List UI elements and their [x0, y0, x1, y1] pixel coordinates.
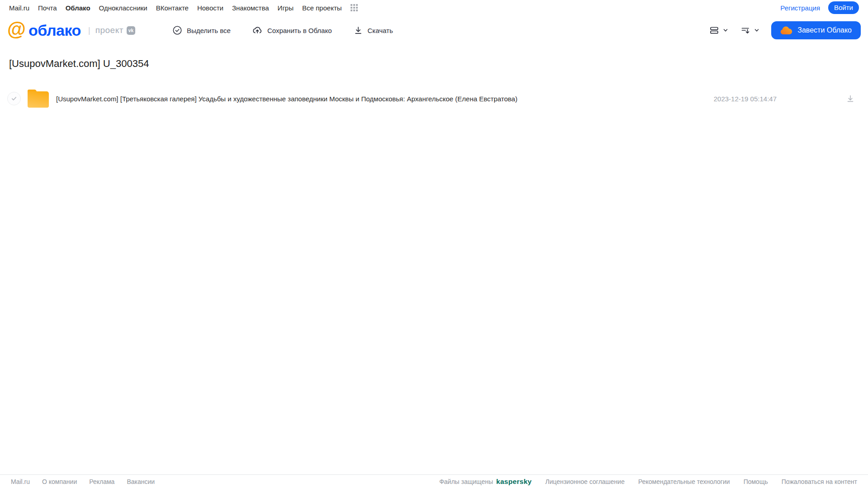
select-all-label: Выделить все [187, 27, 231, 34]
protected-label: Файлы защищены [439, 478, 493, 485]
file-name[interactable]: [UsupovMarket.com] [Третьяковская галере… [56, 95, 517, 103]
folder-icon [28, 90, 49, 108]
header-right-controls: Завести Облако [709, 21, 861, 39]
portal-nav: Mail.ru Почта Облако Одноклассники ВКонт… [0, 0, 868, 15]
footer-help-link[interactable]: Помощь [744, 478, 768, 485]
footer-ads-link[interactable]: Реклама [89, 478, 114, 485]
sort-dropdown[interactable] [740, 25, 759, 36]
nav-mailru[interactable]: Mail.ru [9, 4, 29, 12]
save-to-cloud-label: Сохранить в Облако [267, 27, 332, 34]
cloud-logo[interactable]: @ облако | проект vk [7, 22, 135, 39]
nav-odnoklassniki[interactable]: Одноклассники [99, 4, 147, 12]
nav-pochta[interactable]: Почта [38, 4, 57, 12]
get-cloud-button[interactable]: Завести Облако [771, 21, 861, 39]
nav-all-projects[interactable]: Все проекты [302, 4, 342, 12]
view-mode-dropdown[interactable] [709, 25, 728, 36]
kaspersky-logo[interactable]: kaspersky [496, 478, 532, 486]
page-title: [UsupovMarket.com] U_300354 [9, 58, 868, 70]
save-to-cloud-button[interactable]: Сохранить в Облако [252, 25, 332, 36]
footer-license-link[interactable]: Лицензионное соглашение [545, 478, 625, 485]
vk-icon: vk [127, 26, 135, 35]
cloud-header: @ облако | проект vk Выделить все Сохран… [0, 17, 868, 43]
footer-report-link[interactable]: Пожаловаться на контент [782, 478, 857, 485]
mailru-at-icon: @ [7, 20, 26, 39]
download-button[interactable]: Скачать [353, 25, 393, 35]
download-icon [353, 25, 363, 35]
check-circle-icon [172, 25, 182, 35]
footer-recommendation-link[interactable]: Рекомендательные технологии [638, 478, 730, 485]
logo-text: облако [28, 22, 81, 39]
toolbar: Выделить все Сохранить в Облако Скачать [172, 25, 393, 36]
login-button[interactable]: Войти [828, 1, 859, 14]
footer-about-link[interactable]: О компании [42, 478, 77, 485]
download-label: Скачать [368, 27, 393, 34]
row-checkbox[interactable] [7, 92, 21, 105]
get-cloud-label: Завести Облако [797, 26, 852, 34]
chevron-down-icon [723, 28, 728, 33]
footer: Mail.ru О компании Реклама Вакансии Файл… [0, 474, 868, 488]
nav-oblako[interactable]: Облако [66, 4, 90, 12]
chevron-down-icon [754, 28, 759, 33]
select-all-button[interactable]: Выделить все [172, 25, 231, 35]
row-download-button[interactable] [845, 94, 855, 104]
nav-vkontakte[interactable]: ВКонтакте [156, 4, 189, 12]
register-link[interactable]: Регистрация [780, 4, 820, 12]
logo-divider: | [88, 25, 90, 35]
nav-igry[interactable]: Игры [278, 4, 294, 12]
orange-cloud-icon [780, 26, 792, 35]
apps-grid-icon[interactable] [351, 4, 358, 11]
footer-mailru-link[interactable]: Mail.ru [11, 478, 30, 485]
sort-icon [740, 25, 751, 36]
file-row[interactable]: [UsupovMarket.com] [Третьяковская галере… [0, 88, 868, 109]
nav-novosti[interactable]: Новости [197, 4, 223, 12]
footer-jobs-link[interactable]: Вакансии [127, 478, 155, 485]
file-modified-date: 2023-12-19 05:14:47 [714, 95, 777, 103]
kaspersky-protection: Файлы защищены kaspersky [439, 478, 531, 486]
nav-znakomstva[interactable]: Знакомства [232, 4, 269, 12]
cloud-upload-icon [252, 25, 263, 36]
list-view-icon [709, 25, 720, 36]
download-icon [845, 94, 855, 104]
project-label: проект [95, 25, 123, 35]
check-icon [11, 95, 17, 102]
